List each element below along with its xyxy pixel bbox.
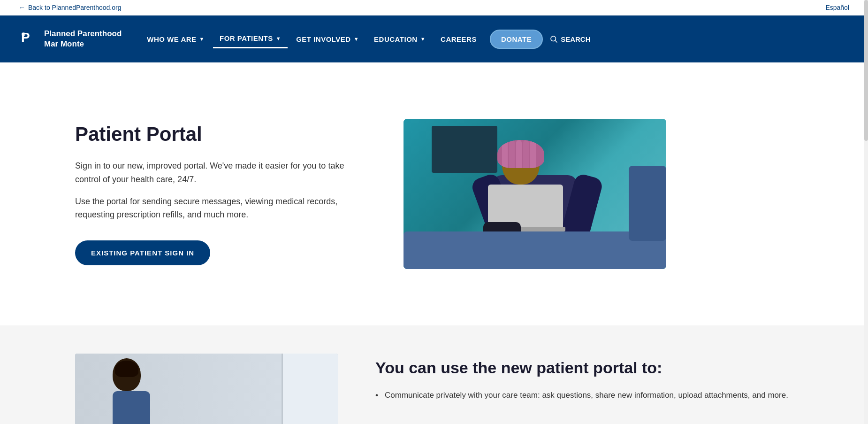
scrollbar-track[interactable] xyxy=(864,0,868,424)
chevron-down-icon: ▼ xyxy=(420,36,426,42)
nav-item-education[interactable]: EDUCATION ▼ xyxy=(367,31,432,48)
existing-patient-signin-button[interactable]: EXISTING PATIENT SIGN IN xyxy=(75,240,210,265)
chevron-down-icon: ▼ xyxy=(276,36,281,41)
nav-logo-text: Planned Parenthood Mar Monte xyxy=(44,29,122,49)
search-label: SEARCH xyxy=(561,35,590,43)
nav-item-label: FOR PATIENTS xyxy=(220,34,273,42)
hero-title: Patient Portal xyxy=(75,123,366,146)
top-bar: ← Back to PlannedParenthood.org Español xyxy=(0,0,868,15)
nav-item-get-involved[interactable]: GET INVOLVED ▼ xyxy=(289,31,365,48)
hero-image xyxy=(404,119,666,269)
svg-point-2 xyxy=(22,32,25,36)
nav-item-careers[interactable]: CAREERS xyxy=(434,31,483,48)
nav-item-label: EDUCATION xyxy=(374,35,418,43)
nav-item-label: CAREERS xyxy=(441,35,477,43)
hero-desc1: Sign in to our new, improved portal. We'… xyxy=(75,159,366,186)
nav-item-label: WHO WE ARE xyxy=(147,35,196,43)
portal-features-list: Communicate privately with your care tea… xyxy=(375,389,793,401)
search-button[interactable]: SEARCH xyxy=(549,35,590,43)
nav-item-who-we-are[interactable]: WHO WE ARE ▼ xyxy=(140,31,211,48)
bottom-section: You can use the new patient portal to: C… xyxy=(0,325,868,424)
main-nav: P Planned Parenthood Mar Monte WHO WE AR… xyxy=(0,15,868,62)
hero-image-placeholder xyxy=(404,119,666,269)
back-link[interactable]: ← Back to PlannedParenthood.org xyxy=(19,4,121,11)
bottom-image xyxy=(75,354,338,424)
chevron-down-icon: ▼ xyxy=(199,36,205,42)
chevron-down-icon: ▼ xyxy=(354,36,359,42)
espanol-link[interactable]: Español xyxy=(825,4,849,11)
search-icon xyxy=(549,35,558,43)
svg-text:P: P xyxy=(21,30,30,45)
hero-desc2: Use the portal for sending secure messag… xyxy=(75,195,366,222)
nav-links: WHO WE ARE ▼ FOR PATIENTS ▼ GET INVOLVED… xyxy=(140,30,849,49)
svg-line-4 xyxy=(556,40,557,42)
portal-features-title: You can use the new patient portal to: xyxy=(375,358,793,378)
portal-feature-item: Communicate privately with your care tea… xyxy=(375,389,793,401)
donate-button[interactable]: DONATE xyxy=(490,30,543,49)
back-arrow-icon: ← xyxy=(19,4,25,11)
nav-item-for-patients[interactable]: FOR PATIENTS ▼ xyxy=(213,30,288,48)
nav-logo[interactable]: P Planned Parenthood Mar Monte xyxy=(19,29,122,49)
hero-section: Patient Portal Sign in to our new, impro… xyxy=(0,62,868,325)
back-link-label: Back to PlannedParenthood.org xyxy=(28,4,121,11)
scrollbar-thumb[interactable] xyxy=(864,0,868,141)
svg-point-3 xyxy=(551,36,556,41)
bottom-content: You can use the new patient portal to: C… xyxy=(375,354,793,404)
hero-content: Patient Portal Sign in to our new, impro… xyxy=(75,123,366,266)
nav-item-label: GET INVOLVED xyxy=(296,35,351,43)
pp-logo-icon: P xyxy=(19,29,39,49)
